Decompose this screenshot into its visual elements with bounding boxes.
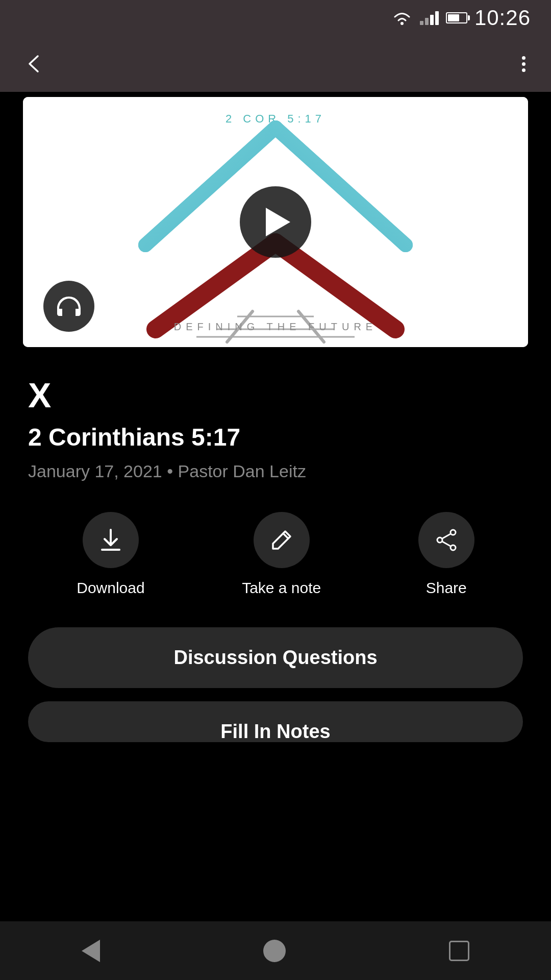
back-button[interactable] [20,49,50,79]
back-nav-button[interactable] [82,940,100,962]
recent-nav-icon [449,941,469,961]
discussion-questions-button[interactable]: Discussion Questions [28,627,523,688]
download-icon [98,527,123,553]
bottom-nav [0,921,551,980]
home-nav-button[interactable] [263,940,286,962]
actions-row: Download Take a note [28,512,523,597]
svg-point-16 [450,545,456,550]
top-nav [0,36,551,92]
download-circle [83,512,139,568]
fill-in-notes-button[interactable]: Fill In Notes [28,701,523,742]
note-label: Take a note [242,579,321,597]
artwork-bottom-text: DEFINING THE FUTURE [174,321,377,333]
pencil-icon [269,527,294,553]
share-circle [418,512,474,568]
download-label: Download [77,579,144,597]
headphone-button[interactable] [43,281,94,332]
share-icon [434,527,459,553]
video-card: 2 COR 5:17 [23,97,528,347]
sermon-title: 2 Corinthians 5:17 [28,423,523,452]
note-action[interactable]: Take a note [242,512,321,597]
battery-icon [446,12,467,23]
play-button[interactable] [240,186,311,258]
play-triangle-icon [266,208,290,236]
recent-nav-button[interactable] [449,941,469,961]
note-circle [254,512,310,568]
svg-point-0 [400,22,404,25]
status-time: 10:26 [474,6,531,30]
dot-3 [522,68,525,72]
home-nav-icon [263,940,286,962]
svg-point-17 [437,537,442,543]
more-options-button[interactable] [517,51,531,77]
dot-2 [522,62,525,66]
dot-1 [522,56,525,60]
video-artwork: 2 COR 5:17 [23,97,528,347]
share-label: Share [426,579,467,597]
svg-line-18 [442,534,450,538]
svg-line-19 [442,542,450,546]
share-action[interactable]: Share [418,512,474,597]
signal-icon [420,11,439,25]
svg-point-15 [450,530,456,535]
sermon-meta: January 17, 2021 • Pastor Dan Leitz [28,461,523,481]
status-bar: 10:26 [0,0,551,36]
status-icons: 10:26 [391,6,531,30]
content-area: X 2 Corinthians 5:17 January 17, 2021 • … [0,352,551,742]
headphone-icon [55,295,83,318]
wifi-icon [391,10,413,26]
series-letter: X [28,378,523,412]
back-nav-icon [82,940,100,962]
back-arrow-icon [26,54,45,74]
download-action[interactable]: Download [77,512,144,597]
